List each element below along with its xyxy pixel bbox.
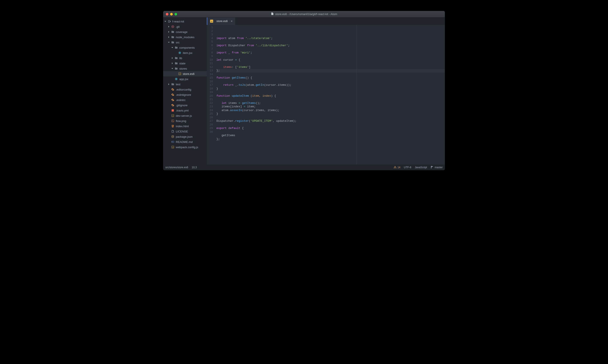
titlebar[interactable]: store.es6 - /Users/roman01la/git/f-react…	[163, 11, 445, 17]
yml-icon	[171, 109, 175, 112]
code-line[interactable]: import Dispatcher from '../lib/dispatche…	[216, 44, 445, 48]
code-line[interactable]: return _.toJs(atom.getIn(cursor.items));	[216, 83, 445, 87]
code-editor[interactable]: 1234567891011121314151617181920212223242…	[207, 25, 445, 165]
tree-label: dev-server.js	[176, 114, 192, 117]
code-line[interactable]	[216, 123, 445, 127]
tree-file[interactable]: .gitignore	[163, 103, 207, 108]
folder-icon	[171, 40, 175, 44]
line-number: 3	[207, 33, 213, 37]
tree-file[interactable]: README.md	[163, 139, 207, 144]
code-line[interactable]: Dispatcher.register('UPDATE_ITEM', updat…	[216, 119, 445, 123]
chevron-down-icon	[171, 67, 174, 70]
status-cursor-position[interactable]: 10,3	[192, 166, 197, 169]
code-line[interactable]	[216, 47, 445, 51]
tab-store-es6[interactable]: JS store.es6 ×	[207, 17, 235, 25]
window-maximize-button[interactable]	[175, 13, 177, 15]
code-line[interactable]	[216, 40, 445, 44]
status-git-branch[interactable]: master	[431, 166, 443, 169]
tree-file[interactable]: flow.png	[163, 118, 207, 124]
code-line[interactable]: export default {	[216, 127, 445, 130]
code-line[interactable]	[216, 91, 445, 94]
code-line[interactable]	[216, 130, 445, 134]
status-language[interactable]: JavaScript	[415, 166, 427, 169]
code-line[interactable]: atom.assocIn(cursor.items, items);	[216, 109, 445, 112]
code-line[interactable]: let items = getItems();	[216, 102, 445, 105]
tree-folder[interactable]: test	[163, 82, 207, 87]
tree-folder[interactable]: state	[163, 61, 207, 66]
status-encoding[interactable]: UTF-8	[404, 166, 411, 169]
svg-point-1	[172, 26, 173, 27]
line-number: 15	[207, 76, 213, 80]
code-line[interactable]: }	[216, 112, 445, 116]
line-number: 14	[207, 73, 213, 76]
code-line[interactable]	[216, 73, 445, 76]
tree-folder[interactable]: coverage	[163, 29, 207, 35]
tree-folder[interactable]: src	[163, 40, 207, 45]
window-close-button[interactable]	[166, 13, 168, 15]
line-number: 8	[207, 51, 213, 55]
code-line[interactable]: };	[216, 69, 445, 73]
tree-file[interactable]: .eslintrc	[163, 97, 207, 103]
folder-icon	[175, 67, 178, 70]
status-file-path[interactable]: src/stores/store.es6	[165, 166, 188, 169]
code-line[interactable]	[216, 54, 445, 58]
folder-icon	[171, 35, 175, 39]
code-line[interactable]	[216, 62, 445, 65]
tree-folder[interactable]: lib	[163, 55, 207, 61]
git-branch-icon	[431, 166, 433, 169]
tree-file[interactable]: .eslintignore	[163, 92, 207, 97]
gear-icon	[171, 104, 175, 107]
tree-label: .editorconfig	[176, 88, 191, 91]
status-warnings[interactable]: 14	[393, 166, 400, 169]
tree-file[interactable]: JSstore.es6	[163, 71, 207, 76]
tree-file[interactable]: item.jsx	[163, 50, 207, 55]
code-line[interactable]: import _ from 'mori';	[216, 51, 445, 55]
file-tree-sidebar[interactable]: f-react-kit.gitcoveragenode_modulessrcco…	[163, 17, 207, 165]
tree-file[interactable]: .travis.yml	[163, 108, 207, 113]
editor-window: store.es6 - /Users/roman01la/git/f-react…	[163, 11, 445, 170]
tree-project-root[interactable]: f-react-kit	[163, 19, 207, 24]
code-line[interactable]: getItems	[216, 134, 445, 138]
tree-label: .travis.yml	[176, 109, 189, 112]
code-line[interactable]: }	[216, 87, 445, 91]
tree-file[interactable]: .editorconfig	[163, 87, 207, 92]
tree-file[interactable]: package.json	[163, 134, 207, 139]
tree-file[interactable]: JSdev-server.js	[163, 113, 207, 118]
line-number: 11	[207, 62, 213, 65]
warning-icon	[393, 166, 397, 169]
code-line[interactable]: items[index] = item;	[216, 105, 445, 109]
code-line[interactable]	[216, 116, 445, 120]
window-title-text: store.es6 - /Users/roman01la/git/f-react…	[275, 13, 337, 16]
svg-text:JS: JS	[211, 21, 213, 23]
tree-folder[interactable]: stores	[163, 66, 207, 71]
tree-file[interactable]: index.html	[163, 124, 207, 129]
code-content[interactable]: import atom from '../state/atom'; import…	[215, 25, 445, 165]
code-line[interactable]: };	[216, 138, 445, 141]
code-line[interactable]: import atom from '../state/atom';	[216, 37, 445, 40]
code-line[interactable]	[216, 141, 445, 145]
svg-text:JS: JS	[172, 115, 174, 117]
code-line[interactable]: items: ['items']	[216, 65, 445, 69]
code-line[interactable]: let cursor = {	[216, 58, 445, 62]
tree-folder[interactable]: node_modules	[163, 35, 207, 40]
gear-icon	[171, 88, 175, 91]
code-line[interactable]: function updateItem (item, index) {	[216, 94, 445, 98]
tree-label: stores	[179, 67, 187, 70]
tree-folder[interactable]: .git	[163, 24, 207, 29]
code-line[interactable]	[216, 80, 445, 84]
wrap-guide	[356, 25, 357, 165]
tab-close-icon[interactable]: ×	[231, 19, 233, 23]
tab-bar[interactable]: JS store.es6 ×	[207, 17, 445, 25]
line-number: 18	[207, 87, 213, 91]
window-minimize-button[interactable]	[170, 13, 173, 15]
line-number: 27	[207, 119, 213, 123]
code-line[interactable]: function getItems() {	[216, 76, 445, 80]
chevron-down-icon	[168, 41, 170, 43]
tree-file[interactable]: app.jsx	[163, 76, 207, 82]
code-line[interactable]	[216, 98, 445, 102]
tree-file[interactable]: LICENSE	[163, 129, 207, 134]
line-number: 1	[207, 26, 213, 29]
chevron-right-icon	[168, 36, 170, 38]
tree-file[interactable]: JSwebpack.config.js	[163, 144, 207, 150]
tree-folder[interactable]: components	[163, 45, 207, 50]
